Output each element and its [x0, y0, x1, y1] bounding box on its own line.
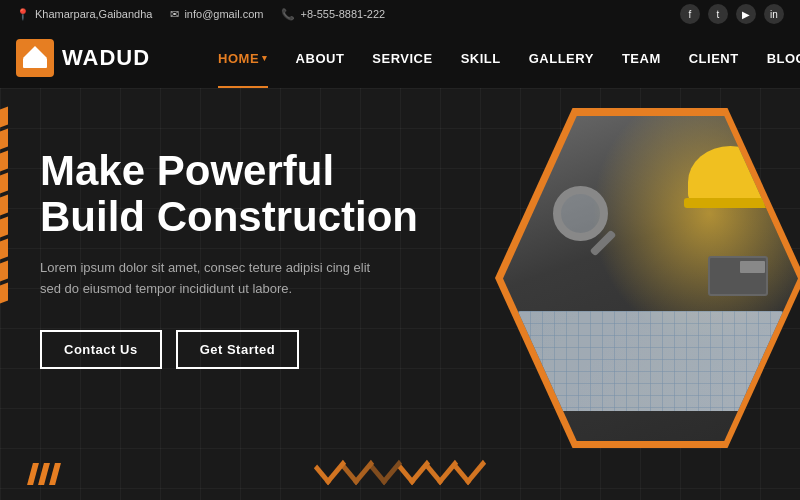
chevron-5: [426, 447, 458, 485]
blueprint-grid: [518, 311, 783, 411]
nav-team[interactable]: TEAM: [608, 28, 675, 88]
chevron-1: [314, 447, 346, 485]
nav-links: HOME ▾ ABOUT SERVICE SKILL GALLERY TEAM …: [204, 28, 800, 88]
email-item: ✉ info@gmail.com: [170, 8, 263, 21]
logo-text: WADUD: [62, 45, 150, 71]
hero-title: Make Powerful Build Construction: [40, 148, 480, 240]
calculator-screen: [740, 261, 765, 273]
chevron-4: [398, 447, 430, 485]
top-bar: 📍 Khamarpara,Gaibandha ✉ info@gmail.com …: [0, 0, 800, 28]
nav-about[interactable]: ABOUT: [282, 28, 359, 88]
logo-area: WADUD: [16, 39, 204, 77]
location-icon: 📍: [16, 8, 30, 21]
helmet-shape: [688, 146, 773, 206]
logo-icon: [16, 39, 54, 77]
phone-text: +8-555-8881-222: [300, 8, 385, 20]
phone-icon: 📞: [281, 8, 295, 21]
hero-description: Lorem ipsum dolor sit amet, consec tetur…: [40, 258, 420, 300]
svg-marker-1: [23, 46, 47, 58]
nav-gallery[interactable]: GALLERY: [515, 28, 608, 88]
nav-client[interactable]: CLIENT: [675, 28, 753, 88]
hero-image-area: [490, 98, 800, 478]
address-item: 📍 Khamarpara,Gaibandha: [16, 8, 152, 21]
nav-home[interactable]: HOME ▾: [204, 28, 282, 88]
chevron-3: [370, 447, 402, 485]
email-text: info@gmail.com: [184, 8, 263, 20]
chevron-down-icon: ▾: [262, 53, 268, 63]
twitter-icon[interactable]: t: [708, 4, 728, 24]
hero-section: Make Powerful Build Construction Lorem i…: [0, 88, 800, 500]
b-strip-2: [38, 463, 50, 485]
facebook-icon[interactable]: f: [680, 4, 700, 24]
logo-svg: [21, 44, 49, 72]
hero-title-line1: Make Powerful: [40, 147, 334, 194]
hero-title-line2: Build Construction: [40, 193, 418, 240]
email-icon: ✉: [170, 8, 179, 21]
social-links: f t ▶ in: [680, 4, 784, 24]
phone-item: 📞 +8-555-8881-222: [281, 8, 385, 21]
youtube-icon[interactable]: ▶: [736, 4, 756, 24]
nav-service[interactable]: SERVICE: [358, 28, 446, 88]
address-text: Khamarpara,Gaibandha: [35, 8, 152, 20]
contact-us-button[interactable]: Contact Us: [40, 330, 162, 369]
bottom-left-strips: [30, 463, 58, 485]
top-bar-left: 📍 Khamarpara,Gaibandha ✉ info@gmail.com …: [16, 8, 385, 21]
logo[interactable]: WADUD: [16, 39, 150, 77]
get-started-button[interactable]: Get Started: [176, 330, 300, 369]
navbar: WADUD HOME ▾ ABOUT SERVICE SKILL GALLERY…: [0, 28, 800, 88]
nav-skill[interactable]: SKILL: [447, 28, 515, 88]
hero-content: Make Powerful Build Construction Lorem i…: [0, 88, 480, 369]
svg-rect-2: [31, 60, 39, 68]
hero-buttons: Contact Us Get Started: [40, 330, 480, 369]
chevron-2: [342, 447, 374, 485]
hexagon-container: [490, 98, 800, 458]
nav-blog[interactable]: BLOG: [753, 28, 800, 88]
bottom-chevrons: [319, 452, 481, 480]
linkedin-icon[interactable]: in: [764, 4, 784, 24]
magnifier-lens: [553, 186, 608, 241]
